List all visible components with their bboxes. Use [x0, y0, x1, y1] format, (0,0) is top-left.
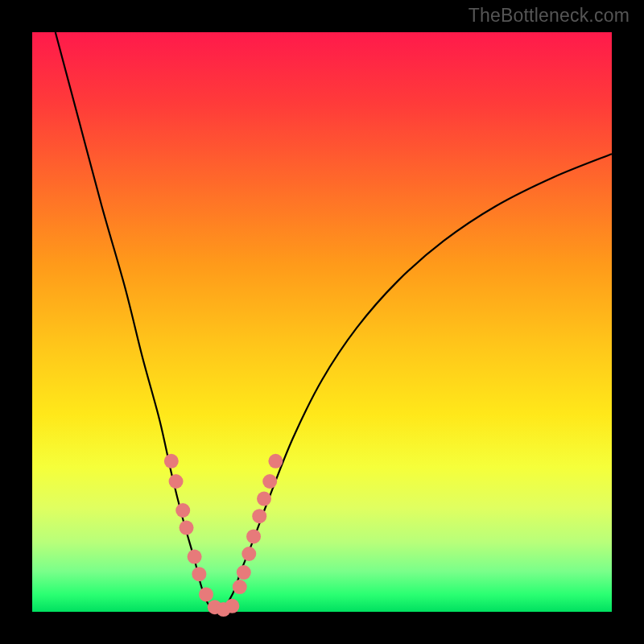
highlight-dot [225, 599, 239, 613]
highlight-dots [164, 454, 283, 617]
highlight-dot [246, 529, 261, 543]
highlight-dot [268, 454, 283, 469]
chart-frame: TheBottleneck.com [0, 0, 644, 644]
highlight-dot [169, 474, 184, 489]
highlight-dot [233, 580, 247, 594]
highlight-dot [262, 474, 277, 489]
highlight-dot [192, 567, 206, 581]
highlight-dot [242, 547, 256, 561]
highlight-dot [199, 587, 213, 601]
highlight-dot [164, 454, 179, 469]
bottleneck-curve [56, 32, 612, 612]
highlight-dot [188, 550, 202, 564]
highlight-dot [175, 503, 190, 518]
curve-svg [32, 32, 612, 612]
plot-area [32, 32, 612, 612]
highlight-dot [257, 492, 271, 506]
highlight-dot [180, 521, 194, 535]
highlight-dot [237, 565, 251, 580]
watermark-text: TheBottleneck.com [469, 5, 630, 27]
highlight-dot [252, 509, 266, 523]
